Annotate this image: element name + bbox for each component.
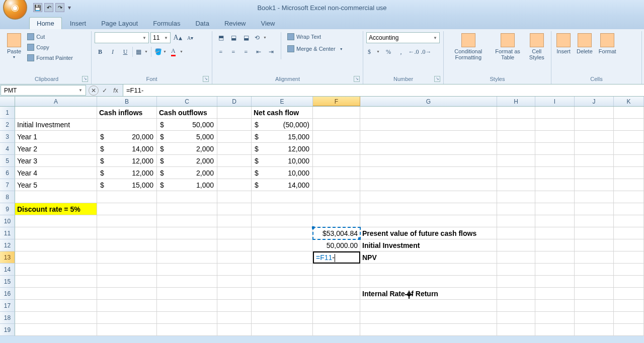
cell-B11[interactable] [97, 227, 157, 239]
cell-E8[interactable] [252, 191, 313, 203]
cell-A14[interactable] [15, 264, 97, 276]
cell-J14[interactable] [575, 264, 614, 276]
cell-F7[interactable] [313, 179, 360, 191]
cell-A2[interactable]: Initial Investment [15, 119, 97, 131]
cell-I12[interactable] [535, 239, 575, 251]
cell-C10[interactable] [157, 215, 217, 227]
cell-K18[interactable] [614, 312, 644, 324]
cell-K16[interactable] [614, 288, 644, 300]
cell-K6[interactable] [614, 167, 644, 179]
cell-A15[interactable] [15, 276, 97, 288]
grow-font-button[interactable]: A▴ [172, 32, 183, 43]
decrease-indent-button[interactable]: ⇤ [253, 46, 264, 57]
font-color-button[interactable]: A▼ [170, 46, 185, 57]
cell-G12[interactable]: Initial Investment [360, 239, 497, 251]
cell-C7[interactable]: $1,000 [157, 179, 217, 191]
row-header-11[interactable]: 11 [0, 227, 15, 239]
cell-K5[interactable] [614, 155, 644, 167]
comma-button[interactable]: , [395, 46, 407, 57]
cell-H4[interactable] [497, 143, 535, 155]
cell-F5[interactable] [313, 155, 360, 167]
cell-E7[interactable]: $14,000 [252, 179, 313, 191]
cell-K7[interactable] [614, 179, 644, 191]
cell-F3[interactable] [313, 131, 360, 143]
cell-H15[interactable] [497, 276, 535, 288]
cell-I8[interactable] [535, 191, 575, 203]
row-header-10[interactable]: 10 [0, 215, 15, 227]
cell-G9[interactable] [360, 203, 497, 215]
cell-E9[interactable] [252, 203, 313, 215]
row-header-16[interactable]: 16 [0, 288, 15, 300]
col-header-C[interactable]: C [157, 97, 217, 106]
align-bottom-button[interactable]: ⬓ [240, 32, 252, 43]
cell-I17[interactable] [535, 300, 575, 312]
cell-E2[interactable]: $(50,000) [252, 119, 313, 131]
tab-data[interactable]: Data [188, 18, 216, 29]
font-size-select[interactable]: 11▼ [150, 32, 171, 43]
cell-C18[interactable] [157, 312, 217, 324]
cell-E6[interactable]: $10,000 [252, 167, 313, 179]
cell-H17[interactable] [497, 300, 535, 312]
italic-button[interactable]: I [107, 46, 118, 57]
cell-G15[interactable] [360, 276, 497, 288]
cell-C16[interactable] [157, 288, 217, 300]
cell-B6[interactable]: $12,000 [97, 167, 157, 179]
cell-G11[interactable]: Present value of future cash flows [360, 227, 497, 239]
cell-G13[interactable]: NPV [360, 251, 497, 264]
row-header-9[interactable]: 9 [0, 203, 15, 215]
cell-D16[interactable] [217, 288, 252, 300]
cell-E5[interactable]: $10,000 [252, 155, 313, 167]
cell-B13[interactable] [97, 251, 157, 264]
cell-B10[interactable] [97, 215, 157, 227]
cell-H8[interactable] [497, 191, 535, 203]
cell-B4[interactable]: $14,000 [97, 143, 157, 155]
cell-D19[interactable] [217, 324, 252, 336]
cell-G4[interactable] [360, 143, 497, 155]
cell-C11[interactable] [157, 227, 217, 239]
cell-H10[interactable] [497, 215, 535, 227]
row-header-12[interactable]: 12 [0, 239, 15, 251]
cell-F11[interactable]: $53,004.84 [313, 227, 360, 239]
cell-E14[interactable] [252, 264, 313, 276]
cell-F16[interactable] [313, 288, 360, 300]
cell-G17[interactable] [360, 300, 497, 312]
cell-H1[interactable] [497, 107, 535, 119]
cell-J1[interactable] [575, 107, 614, 119]
row-header-7[interactable]: 7 [0, 179, 15, 191]
cell-D5[interactable] [217, 155, 252, 167]
cell-C2[interactable]: $50,000 [157, 119, 217, 131]
percent-button[interactable]: % [383, 46, 394, 57]
cell-H6[interactable] [497, 167, 535, 179]
cell-J11[interactable] [575, 227, 614, 239]
cell-K19[interactable] [614, 324, 644, 336]
cell-J3[interactable] [575, 131, 614, 143]
col-header-F[interactable]: F [313, 97, 360, 106]
cell-E11[interactable] [252, 227, 313, 239]
cell-C13[interactable] [157, 251, 217, 264]
cell-A11[interactable] [15, 227, 97, 239]
number-launcher[interactable]: ↘ [434, 76, 440, 82]
cell-K4[interactable] [614, 143, 644, 155]
cell-F19[interactable] [313, 324, 360, 336]
cell-C15[interactable] [157, 276, 217, 288]
cell-K14[interactable] [614, 264, 644, 276]
row-header-14[interactable]: 14 [0, 264, 15, 276]
cell-K8[interactable] [614, 191, 644, 203]
cell-H5[interactable] [497, 155, 535, 167]
cell-K10[interactable] [614, 215, 644, 227]
enter-formula-button[interactable]: ✓ [100, 85, 110, 96]
cells-area[interactable]: Cash inflowsCash outflowsNet cash flowIn… [15, 107, 644, 336]
cell-J10[interactable] [575, 215, 614, 227]
decrease-decimal-button[interactable]: .0→ [421, 46, 432, 57]
accounting-format-button[interactable]: $▼ [366, 46, 381, 57]
cell-B9[interactable] [97, 203, 157, 215]
cell-E13[interactable] [252, 251, 313, 264]
row-header-3[interactable]: 3 [0, 131, 15, 143]
cell-A10[interactable] [15, 215, 97, 227]
cell-F12[interactable]: 50,000.00 [313, 239, 360, 251]
format-as-table-button[interactable]: Format as Table [492, 32, 524, 61]
cell-B16[interactable] [97, 288, 157, 300]
conditional-formatting-button[interactable]: Conditional Formatting [447, 32, 490, 61]
cell-K15[interactable] [614, 276, 644, 288]
cell-I19[interactable] [535, 324, 575, 336]
